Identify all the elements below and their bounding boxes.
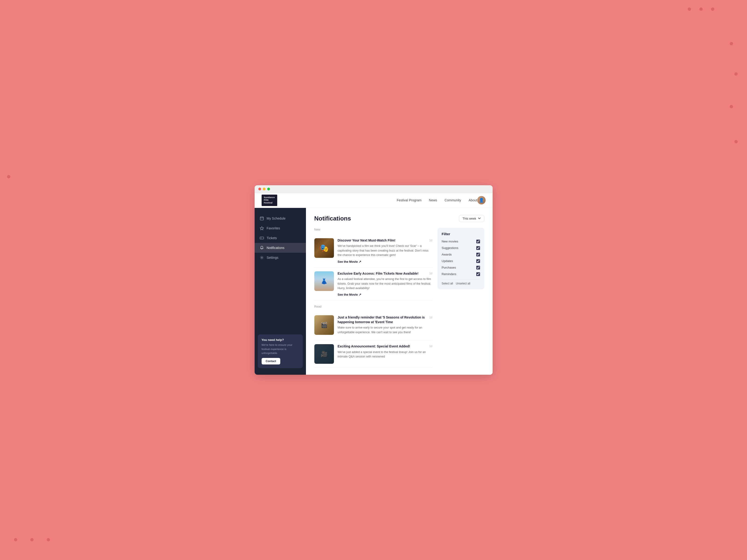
filter-label-reminders: Reminders [442,272,457,276]
browser-bar [255,185,493,193]
filter-checkbox-suggestions[interactable] [476,246,480,250]
notif-desc-4: We've just added a special event to the … [338,350,432,359]
filter-item-updates: Updates [442,259,480,263]
contact-button[interactable]: Contact [262,358,281,364]
filter-checkbox-new-movies[interactable] [476,239,480,244]
notification-item: 🎬 Just a friendly reminder that '5 Seaso… [314,311,432,340]
notifications-list: New 🎭 Discover Your Next Must-Watch Film… [314,228,432,368]
notif-body-3: Just a friendly reminder that '5 Seasons… [338,315,432,336]
browser-dot-expand[interactable] [267,187,270,190]
main-layout: My Schedule Favorites Tickets [255,208,493,375]
week-filter-label: This week [463,217,476,220]
nav-news[interactable]: News [429,198,437,202]
filter-label-new-movies: New movies [442,239,458,243]
help-text: We're here to ensure your festival exper… [262,343,299,355]
week-filter-button[interactable]: This week [459,215,484,222]
notification-item: 🎥 Exciting Announcement: Special Event A… [314,340,432,368]
sidebar-item-notifications[interactable]: Notifications [255,243,306,253]
content-body: New 🎭 Discover Your Next Must-Watch Film… [314,228,484,368]
notif-title-4: Exciting Announcement: Special Event Add… [338,344,432,349]
filter-checkbox-reminders[interactable] [476,272,480,276]
notif-desc-1: We've handpicked a film we think you'll … [338,244,432,257]
star-icon [260,226,264,230]
filter-label-awards: Awards [442,253,452,256]
notif-desc-3: Make sure to arrive early to secure your… [338,326,432,335]
notif-image-4: 🎥 [314,344,334,364]
notif-body-4: Exciting Announcement: Special Event Add… [338,344,432,361]
notif-desc-2: As a valued festival attendee, you're am… [338,277,432,290]
svg-point-7 [261,257,262,258]
filter-label-updates: Updates [442,259,453,263]
filter-label-purchases: Purchases [442,266,456,269]
filter-checkbox-awards[interactable] [476,253,480,256]
filter-checkbox-updates[interactable] [476,259,480,263]
filter-checkbox-purchases[interactable] [476,266,480,270]
filter-actions: Select all Unselect all [442,279,480,285]
sidebar-label-my-schedule: My Schedule [267,217,286,220]
calendar-icon [260,216,264,221]
browser-window: SundanceFilmFestival Festival Program Ne… [255,185,493,375]
notification-item: 👗 Exclusive Early Access: Film Tickets N… [314,268,432,301]
gear-icon [260,255,264,260]
chevron-down-icon [478,217,481,220]
sidebar-label-tickets: Tickets [267,236,277,240]
notif-image-2: 👗 [314,271,334,291]
notif-title-3: Just a friendly reminder that '5 Seasons… [338,315,432,324]
filter-item-reminders: Reminders [442,272,480,276]
content: Notifications This week New 🎭 Discover Y… [306,208,493,375]
notif-time-1: 1d [429,239,432,242]
ticket-icon [260,236,264,240]
nav-community[interactable]: Community [444,198,461,202]
sidebar-item-tickets[interactable]: Tickets [255,233,306,243]
sidebar-label-notifications: Notifications [267,246,284,250]
filter-label-suggestions: Suggestions [442,246,459,250]
sidebar-item-settings[interactable]: Settings [255,253,306,262]
sidebar-label-favorites: Favorites [267,226,280,230]
notif-time-3: 1d [429,316,432,319]
filter-item-suggestions: Suggestions [442,246,480,250]
notif-time-4: 1d [429,345,432,348]
notif-body-2: Exclusive Early Access: Film Tickets Now… [338,271,432,297]
filter-item-awards: Awards [442,253,480,256]
sidebar-label-settings: Settings [267,256,279,259]
svg-marker-4 [260,227,263,230]
filter-item-new-movies: New movies [442,239,480,244]
sidebar: My Schedule Favorites Tickets [255,208,306,375]
svg-rect-0 [260,217,263,220]
notif-title-1: Discover Your Next Must-Watch Film! [338,238,432,243]
sidebar-help: You need help? We're here to ensure your… [258,334,303,368]
notif-body-1: Discover Your Next Must-Watch Film! We'v… [338,238,432,264]
filter-item-purchases: Purchases [442,266,480,270]
notif-link-2[interactable]: See the Movie ↗ [338,293,361,296]
notif-link-1[interactable]: See the Movie ↗ [338,260,361,263]
page-title: Notifications [314,215,351,222]
unselect-all-button[interactable]: Unselect all [456,282,470,285]
notif-image-3: 🎬 [314,315,334,335]
notification-item: 🎭 Discover Your Next Must-Watch Film! We… [314,234,432,268]
nav-about[interactable]: About [469,198,477,202]
sidebar-item-favorites[interactable]: Favorites [255,223,306,233]
sidebar-item-my-schedule[interactable]: My Schedule [255,213,306,223]
help-title: You need help? [262,338,299,341]
section-read-label: Read [314,305,432,308]
bell-icon [260,246,264,250]
nav-links: Festival Program News Community About [397,198,477,202]
notif-title-2: Exclusive Early Access: Film Tickets Now… [338,271,432,276]
notif-image-1: 🎭 [314,238,334,258]
filter-panel: Filter New movies Suggestions Awards [438,228,484,289]
logo: SundanceFilmFestival [262,195,277,206]
notifications-header: Notifications This week [314,215,484,222]
browser-dot-minimize[interactable] [263,187,265,190]
avatar[interactable]: 👤 [477,196,486,204]
svg-rect-5 [260,237,263,239]
browser-dot-close[interactable] [258,187,261,190]
section-new-label: New [314,228,432,231]
sidebar-nav: My Schedule Favorites Tickets [255,213,306,335]
filter-title: Filter [442,232,480,236]
nav-festival-program[interactable]: Festival Program [397,198,421,202]
select-all-button[interactable]: Select all [442,282,453,285]
top-nav: SundanceFilmFestival Festival Program Ne… [255,193,493,208]
notif-time-2: 1d [429,272,432,275]
